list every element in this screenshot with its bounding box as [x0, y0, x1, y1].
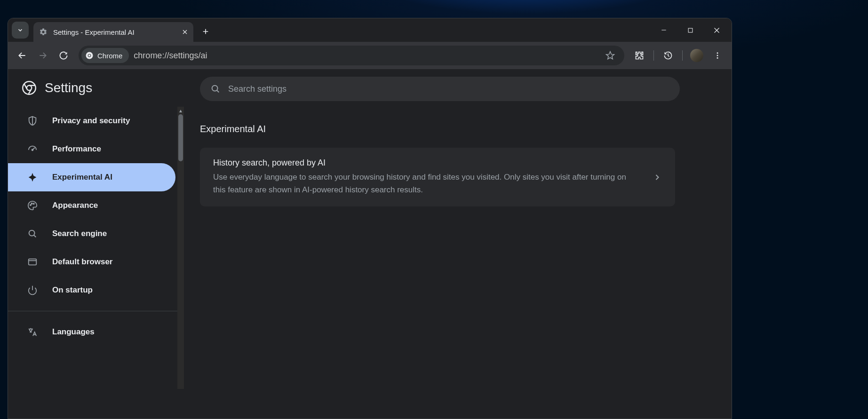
svg-line-34 — [217, 90, 219, 92]
sidebar-scrollbar[interactable]: ▲ — [177, 107, 184, 389]
sidebar-separator — [8, 311, 177, 311]
sidebar-item-performance[interactable]: Performance — [8, 135, 177, 163]
svg-point-28 — [29, 230, 35, 236]
scroll-up-icon[interactable]: ▲ — [177, 107, 184, 114]
window-icon — [27, 256, 38, 268]
settings-row-history-search[interactable]: History search, powered by AI Use everyd… — [200, 148, 675, 206]
avatar-icon — [690, 49, 703, 62]
sidebar-item-label: Languages — [52, 327, 95, 337]
close-icon — [182, 29, 188, 35]
forward-button[interactable] — [33, 46, 52, 65]
close-window-button[interactable] — [703, 21, 730, 40]
minimize-icon — [661, 27, 667, 33]
url-text: chrome://settings/ai — [134, 51, 207, 61]
sidebar-item-privacy[interactable]: Privacy and security — [8, 107, 177, 135]
gear-icon — [39, 28, 48, 36]
arrow-right-icon — [38, 51, 48, 60]
svg-point-27 — [33, 203, 34, 204]
sidebar-item-on-startup[interactable]: On startup — [8, 276, 177, 304]
sidebar-item-default-browser[interactable]: Default browser — [8, 248, 177, 276]
kebab-icon — [713, 51, 722, 60]
power-icon — [27, 285, 38, 296]
bookmark-button[interactable] — [601, 46, 620, 65]
card-text: History search, powered by AI Use everyd… — [213, 158, 653, 196]
reload-icon — [59, 51, 68, 60]
tab-search-button[interactable] — [12, 22, 29, 39]
sparkle-icon — [27, 172, 38, 183]
menu-button[interactable] — [708, 46, 727, 65]
chrome-logo-icon — [22, 81, 36, 95]
toolbar-divider — [682, 50, 683, 61]
tab-close-button[interactable] — [182, 29, 188, 35]
maximize-button[interactable] — [677, 21, 703, 40]
svg-marker-13 — [606, 52, 614, 59]
svg-point-24 — [32, 149, 33, 150]
close-icon — [713, 27, 720, 34]
toolbar: Chrome chrome://settings/ai — [8, 42, 732, 69]
sidebar-item-experimental-ai[interactable]: Experimental AI — [8, 163, 175, 191]
toolbar-divider — [653, 50, 654, 61]
sidebar: Settings Privacy and security Performanc… — [8, 69, 177, 419]
tab-title: Settings - Experimental AI — [53, 28, 135, 36]
maximize-icon — [687, 27, 693, 33]
history-icon — [663, 51, 673, 60]
omnibox[interactable]: Chrome chrome://settings/ai — [79, 46, 624, 65]
main-panel: Experimental AI History search, powered … — [177, 69, 732, 419]
card-title: History search, powered by AI — [213, 158, 638, 168]
svg-point-33 — [212, 86, 218, 91]
reload-button[interactable] — [54, 46, 73, 65]
back-button[interactable] — [13, 46, 32, 65]
chrome-logo-icon — [85, 51, 94, 60]
magnifier-icon — [27, 228, 38, 239]
svg-point-15 — [717, 55, 718, 56]
sidebar-item-search-engine[interactable]: Search engine — [8, 220, 177, 248]
tabstrip: Settings - Experimental AI — [8, 18, 732, 42]
site-chip[interactable]: Chrome — [81, 48, 129, 63]
page-heading: Experimental AI — [200, 124, 694, 134]
puzzle-icon — [635, 51, 644, 60]
sidebar-item-label: Performance — [52, 144, 101, 154]
sidebar-item-label: Default browser — [52, 257, 112, 267]
svg-point-26 — [32, 203, 32, 204]
svg-point-14 — [717, 52, 718, 54]
magnifier-icon — [210, 84, 221, 94]
search-input[interactable] — [228, 84, 669, 94]
svg-rect-30 — [29, 259, 37, 265]
sidebar-item-label: Experimental AI — [52, 173, 112, 182]
tab-settings[interactable]: Settings - Experimental AI — [33, 22, 193, 42]
new-tab-button[interactable] — [197, 23, 214, 40]
palette-icon — [27, 200, 38, 211]
card-description: Use everyday language to search your bro… — [213, 171, 638, 196]
minimize-button[interactable] — [651, 21, 677, 40]
browser-window: Settings - Experimental AI — [8, 18, 732, 419]
sidebar-nav: Privacy and security Performance Experim… — [8, 107, 177, 346]
settings-title: Settings — [45, 80, 92, 95]
shield-icon — [27, 115, 38, 126]
sidebar-item-languages[interactable]: Languages — [8, 318, 177, 346]
svg-rect-5 — [688, 28, 693, 32]
svg-point-16 — [717, 57, 718, 59]
plus-icon — [202, 28, 209, 35]
star-icon — [605, 51, 615, 60]
scrollbar-thumb[interactable] — [178, 114, 183, 161]
extensions-button[interactable] — [630, 46, 649, 65]
sidebar-item-label: Appearance — [52, 201, 98, 210]
window-controls — [651, 18, 730, 42]
search-settings[interactable] — [200, 77, 680, 101]
speedometer-icon — [27, 143, 38, 155]
sidebar-item-label: Search engine — [52, 229, 107, 238]
chevron-right-icon — [653, 173, 662, 182]
svg-line-29 — [34, 235, 36, 237]
profile-button[interactable] — [687, 46, 706, 65]
settings-content: Settings Privacy and security Performanc… — [8, 69, 732, 419]
sidebar-item-label: Privacy and security — [52, 116, 130, 126]
translate-icon — [27, 326, 38, 338]
arrow-left-icon — [17, 51, 27, 60]
chip-label: Chrome — [97, 52, 122, 60]
svg-point-25 — [30, 205, 31, 206]
sidebar-item-appearance[interactable]: Appearance — [8, 191, 177, 220]
history-button[interactable] — [659, 46, 677, 65]
svg-point-12 — [88, 55, 91, 57]
settings-header: Settings — [8, 77, 177, 107]
sidebar-item-label: On startup — [52, 285, 93, 295]
